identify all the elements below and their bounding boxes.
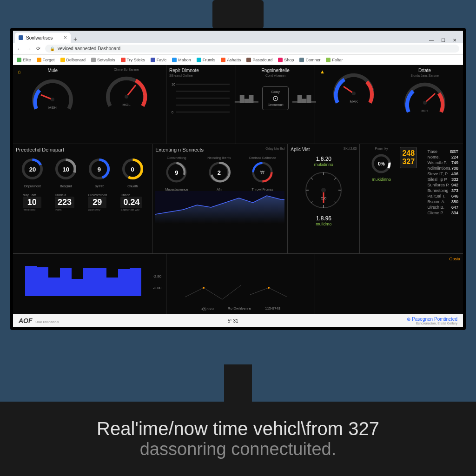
gauge-label: Macestasnance — [164, 188, 189, 191]
table-row: Ulrsch B.647 — [427, 205, 458, 210]
sound-wave-icon: ▁█▄█▁ — [292, 95, 317, 102]
forward-icon[interactable]: → — [26, 46, 32, 52]
svg-text:MAK: MAK — [350, 99, 358, 104]
table-row: Steve IT, P.406 — [427, 171, 458, 177]
panel-drtate: ▲ MAK Drtate Siunta Jans Sarsne MIH — [315, 65, 463, 144]
browser-window: Sonfwartises × + — ☐ ✕ ← → ⟳ 🔒 veviced a… — [13, 31, 463, 327]
svg-text:MEH: MEH — [48, 106, 57, 110]
bookmarks-bar: EliteForgetDelbonardSetvalioisTry Sticks… — [13, 55, 463, 65]
new-tab-button[interactable]: + — [71, 35, 80, 43]
panel-title: Repir Dimnote — [169, 68, 233, 73]
maximize-icon[interactable]: ☐ — [441, 38, 445, 43]
panel-predeched: Preedechd Delnupart 20Dnpuninent10Bosgin… — [13, 144, 152, 253]
line-chart — [155, 191, 284, 224]
panel-bottom-center: 3的.970 Ro Dwhlvenre 115·9748 — [166, 254, 315, 314]
svg-text:MGL: MGL — [122, 103, 131, 107]
label: 115·9748 — [265, 306, 280, 311]
version-text: 1.6.20 — [291, 156, 357, 162]
bookmark-item[interactable]: Forget — [37, 58, 55, 62]
panel-title: Aplic Vist — [291, 147, 310, 152]
table-row: Bunnstoing373 — [427, 188, 458, 193]
back-icon[interactable]: ← — [17, 46, 22, 52]
svg-text:-3.00: -3.00 — [153, 286, 162, 290]
stat-box: May Fam10Rascifowd — [23, 193, 41, 211]
col-label: Cnetaco Gaitmnae — [249, 156, 276, 159]
svg-rect-50 — [83, 268, 95, 296]
bookmark-item[interactable]: Mabon — [172, 58, 191, 62]
svg-rect-52 — [106, 278, 118, 296]
close-window-icon[interactable]: ✕ — [453, 38, 456, 43]
table-row: Wis ndb P.749 — [427, 160, 458, 165]
url-input[interactable]: 🔒 veviced aannected Dashboard — [45, 45, 459, 53]
bar-chart-bottom: -2.80 -3.00 — [16, 257, 163, 311]
bookmark-item[interactable]: Try Sticks — [121, 58, 145, 62]
caption: Real'ime/now time vehicl\from 327 dasson… — [0, 402, 476, 476]
svg-point-4 — [125, 95, 128, 99]
footer-bar: AOF Uolo Btionalsnol 5¹ 31 ⊕ Pasegnen Po… — [13, 314, 463, 327]
gauge-big: C,0 — [300, 167, 347, 213]
close-icon[interactable]: × — [64, 34, 67, 41]
mini-gauge: 10 — [53, 156, 79, 182]
display-value: 248 327 — [400, 147, 417, 168]
bookmark-item[interactable]: Comner — [299, 58, 320, 62]
panel-sub: SB eand Onliine — [169, 74, 233, 77]
bookmark-item[interactable]: Foltar — [326, 58, 343, 62]
mini-gauge: 0 — [120, 156, 145, 182]
stat-box: Cheon0.24Sapnor ain wily — [120, 193, 142, 211]
stat-box: Drans a223Ihans — [55, 193, 74, 211]
table-row: Ndimiintions.708 — [427, 165, 458, 171]
browser-tab[interactable]: Sonfwartises × — [15, 33, 71, 43]
bookmark-item[interactable]: Shop — [278, 58, 294, 62]
bookmark-item[interactable]: Delbonard — [60, 58, 86, 62]
panel-repir: Repir Dimnote SB eand Onliine 10 0 — [166, 65, 236, 144]
bookmark-item[interactable]: Favlc — [151, 58, 167, 62]
panel-sub: Oday biw fhd — [265, 147, 284, 153]
label: Proer Iky — [363, 147, 400, 150]
reload-icon[interactable]: ⟳ — [36, 46, 40, 52]
panel-sub: Chnre So Sanme — [90, 68, 164, 71]
play-button[interactable]: Goay ⊙ Sexamart — [262, 86, 288, 110]
tab-favicon — [19, 35, 23, 40]
status-text: Opsia — [318, 257, 460, 261]
gauge-value: 9 — [175, 169, 178, 176]
webcam — [212, 0, 264, 29]
bookmark-item[interactable]: Setvaliois — [91, 58, 115, 62]
svg-point-57 — [203, 287, 205, 289]
panel-title: Extenting n Sonnects — [155, 147, 204, 152]
logo-sub: Uolo Btionalsnol — [35, 320, 59, 324]
gauge-value: 2 — [218, 169, 221, 176]
svg-line-3 — [126, 85, 136, 97]
url-text: veviced aannected Dashboard — [58, 46, 120, 51]
bookmark-item[interactable]: Ashatts — [221, 58, 241, 62]
svg-rect-48 — [60, 268, 72, 296]
svg-rect-46 — [37, 267, 48, 296]
bookmark-item[interactable]: Pasedcurd — [246, 58, 272, 62]
version-text-2: 1.8.96 — [291, 215, 357, 222]
panel-title: Drtate — [389, 68, 460, 73]
panel-data: Proer Iky 0% mukidinno 248 327 TiaseBSTN… — [360, 144, 463, 253]
tab-title: Sonfwartises — [26, 35, 53, 40]
bookmark-item[interactable]: Frumls — [197, 58, 216, 62]
col-label: Conathetiong — [164, 156, 189, 159]
table-row: Cliene P.334 — [427, 210, 458, 216]
panel-title: Engnineriteile — [239, 68, 312, 73]
svg-rect-45 — [25, 266, 37, 296]
minimize-icon[interactable]: — — [429, 38, 434, 43]
panel-bottom-chart: -2.80 -3.00 — [13, 254, 166, 314]
svg-line-39 — [311, 178, 313, 179]
globe-icon: ⊕ — [407, 317, 410, 322]
scatter-chart — [176, 274, 306, 306]
svg-point-58 — [268, 287, 270, 289]
svg-line-0 — [41, 95, 53, 99]
footer-link[interactable]: Pasegnen Pomtincted — [412, 317, 457, 322]
panel-engine: Engnineriteile Cond vibennn ▁█▄█▁ Goay ⊙… — [236, 65, 315, 144]
data-table: TiaseBSTNome.224Wis ndb P.749Ndimiintion… — [425, 147, 460, 251]
bookmark-item[interactable]: Elite — [17, 58, 31, 62]
svg-rect-53 — [118, 269, 130, 296]
gauge-rpm: MGL — [103, 71, 150, 118]
brand: mukidinno — [363, 177, 400, 182]
mini-gauge: 20 — [20, 156, 45, 182]
home-icon[interactable]: ⌂ — [18, 69, 21, 74]
bar-chart: 10 0 — [169, 77, 233, 119]
brand-text-2: mulidmo — [291, 222, 357, 226]
